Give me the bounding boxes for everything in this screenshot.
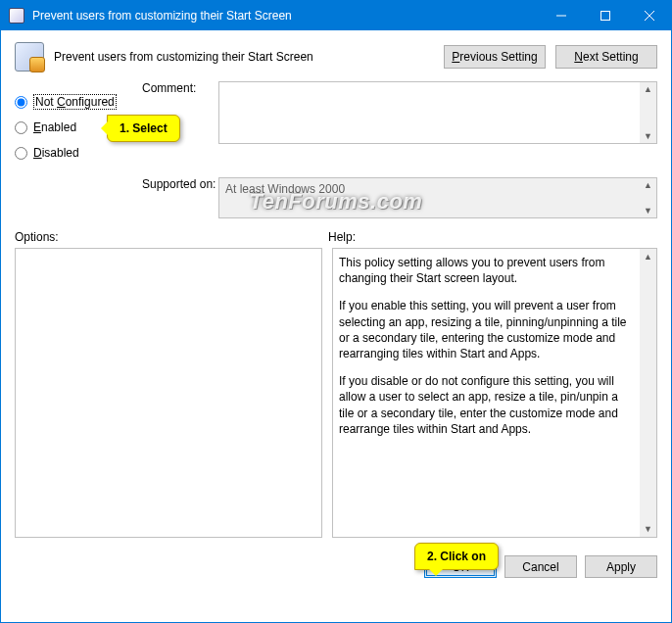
scroll-down-icon: ▼: [644, 204, 652, 217]
cancel-button[interactable]: Cancel: [504, 555, 577, 578]
scroll-up-icon[interactable]: ▲: [644, 249, 652, 264]
nav-buttons: Previous Setting Next Setting: [444, 45, 657, 69]
radio-disabled-label: Disabled: [33, 146, 79, 160]
options-label: Options:: [15, 230, 328, 244]
scroll-down-icon[interactable]: ▼: [644, 129, 652, 143]
policy-title: Prevent users from customizing their Sta…: [54, 50, 444, 64]
radio-disabled[interactable]: Disabled: [15, 140, 142, 166]
window-icon: [9, 8, 24, 24]
options-pane: [15, 248, 322, 538]
panes: This policy setting allows you to preven…: [1, 248, 671, 548]
help-pane: This policy setting allows you to preven…: [332, 248, 657, 538]
dialog-buttons: OK Cancel Apply: [1, 548, 671, 590]
help-scrollbar[interactable]: ▲▼: [640, 249, 656, 537]
radio-enabled-label: Enabled: [33, 120, 76, 134]
supported-row: Supported on: At least Windows 2000 ▲▼: [1, 173, 671, 222]
previous-setting-button[interactable]: Previous Setting: [444, 45, 546, 69]
close-button[interactable]: [627, 1, 671, 30]
radio-not-configured-input[interactable]: [15, 96, 27, 109]
policy-icon: [15, 42, 44, 72]
apply-button[interactable]: Apply: [585, 555, 657, 578]
radio-not-configured-label: Not Configured: [33, 94, 117, 110]
scroll-down-icon[interactable]: ▼: [644, 521, 652, 537]
supported-on-text: At least Windows 2000: [225, 182, 345, 196]
help-paragraph: If you enable this setting, you will pre…: [339, 298, 635, 361]
supported-label: Supported on:: [142, 177, 218, 191]
annotation-select: 1. Select: [107, 115, 180, 142]
maximize-button[interactable]: [583, 1, 627, 30]
radio-enabled-input[interactable]: [15, 121, 27, 134]
comment-area: ▲▼: [218, 81, 657, 166]
window-buttons: [539, 1, 671, 30]
help-paragraph: This policy setting allows you to preven…: [339, 255, 635, 286]
supported-on-box: At least Windows 2000 ▲▼: [218, 177, 657, 218]
section-headers: Options: Help:: [1, 222, 671, 248]
svg-rect-1: [600, 12, 609, 21]
minimize-button[interactable]: [539, 1, 583, 30]
scroll-up-icon[interactable]: ▲: [644, 82, 652, 96]
comment-scrollbar[interactable]: ▲▼: [640, 82, 656, 143]
comment-input[interactable]: ▲▼: [218, 81, 657, 144]
supported-scrollbar: ▲▼: [640, 178, 656, 217]
annotation-click: 2. Click on: [414, 543, 499, 570]
radio-disabled-input[interactable]: [15, 147, 27, 160]
help-paragraph: If you disable or do not configure this …: [339, 373, 635, 437]
radio-not-configured[interactable]: Not Configured: [15, 89, 142, 115]
scroll-up-icon: ▲: [644, 178, 652, 192]
titlebar: Prevent users from customizing their Sta…: [1, 1, 671, 30]
help-label: Help:: [328, 230, 356, 244]
next-setting-button[interactable]: Next Setting: [555, 45, 657, 69]
window-title: Prevent users from customizing their Sta…: [32, 9, 539, 23]
header-row: Prevent users from customizing their Sta…: [1, 30, 671, 79]
